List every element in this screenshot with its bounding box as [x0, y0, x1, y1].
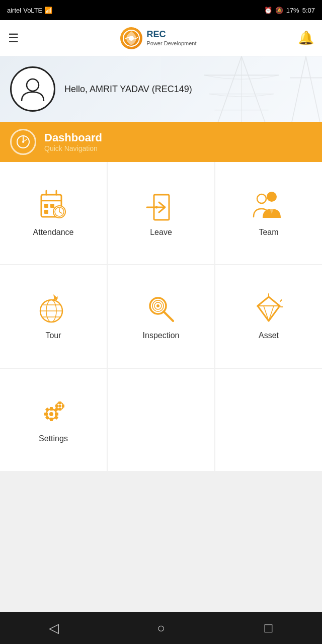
svg-point-11: [27, 79, 39, 91]
dashboard-subtitle: Quick Navigation: [44, 144, 102, 152]
recents-button[interactable]: □: [253, 613, 283, 643]
attendance-label: Attendance: [33, 228, 74, 237]
home-icon: ○: [157, 620, 165, 636]
grid-item-attendance[interactable]: Attendance: [0, 162, 107, 264]
logo-area: REC Power Development: [120, 27, 196, 49]
svg-rect-53: [44, 413, 48, 416]
svg-rect-64: [62, 405, 64, 408]
dashboard-text: Dashboard Quick Navigation: [44, 131, 102, 152]
hamburger-menu[interactable]: ☰: [8, 31, 19, 45]
network-type: VoLTE: [23, 7, 42, 14]
svg-rect-20: [44, 210, 48, 214]
recents-icon: □: [264, 620, 272, 636]
user-avatar: [10, 66, 55, 112]
svg-line-39: [164, 311, 173, 321]
empty-cell-2: [215, 369, 322, 471]
svg-marker-40: [258, 297, 280, 321]
hamburger-icon: ☰: [8, 31, 19, 45]
app-header: ☰ REC Power Development 🔔: [0, 20, 322, 56]
team-label: Team: [259, 228, 278, 237]
asset-icon: [253, 293, 285, 325]
dashboard-icon: [10, 129, 36, 155]
battery-label: 17%: [286, 7, 299, 14]
svg-point-27: [155, 206, 158, 208]
user-banner: Hello, AMRIT YADAV (REC149): [0, 56, 322, 122]
grid-item-leave[interactable]: Leave: [108, 162, 214, 264]
logo-text-area: REC Power Development: [146, 29, 196, 47]
svg-point-13: [22, 141, 24, 143]
logo-rec: REC: [146, 29, 196, 40]
dashboard-title: Dashboard: [44, 131, 102, 144]
grid-item-asset[interactable]: Asset: [215, 265, 322, 367]
svg-line-2: [215, 56, 242, 122]
svg-rect-54: [55, 413, 58, 416]
status-right: ⏰ 🔕 17% 5:07: [264, 7, 315, 14]
svg-rect-51: [50, 407, 53, 411]
nav-grid: Attendance Leave Team: [0, 162, 322, 471]
svg-line-9: [306, 56, 322, 122]
svg-marker-41: [258, 297, 280, 306]
bottom-nav-bar: ◁ ○ □: [0, 612, 322, 644]
silent-icon: 🔕: [275, 7, 283, 14]
settings-icon: [37, 396, 69, 428]
grid-item-tour[interactable]: Tour: [0, 265, 107, 367]
svg-rect-52: [50, 418, 53, 421]
svg-line-3: [242, 56, 268, 122]
inspection-icon: [145, 293, 177, 325]
svg-line-42: [258, 306, 269, 321]
tour-label: Tour: [45, 331, 61, 340]
status-bar: airtel VoLTE 📶 ⏰ 🔕 17% 5:07: [0, 0, 322, 20]
svg-line-47: [280, 300, 282, 301]
svg-point-28: [257, 194, 266, 203]
user-greeting: Hello, AMRIT YADAV (REC149): [64, 84, 192, 95]
dashboard-banner: Dashboard Quick Navigation: [0, 122, 322, 162]
asset-label: Asset: [259, 331, 279, 340]
empty-cell-1: [108, 369, 214, 471]
svg-rect-58: [54, 416, 58, 420]
leave-icon: [145, 190, 177, 222]
time-label: 5:07: [302, 7, 315, 14]
grid-item-team[interactable]: Team: [215, 162, 322, 264]
grid-item-inspection[interactable]: Inspection: [108, 265, 214, 367]
svg-rect-61: [58, 401, 61, 404]
svg-point-60: [58, 405, 61, 408]
team-icon: [253, 190, 285, 222]
home-button[interactable]: ○: [146, 613, 176, 643]
svg-rect-18: [44, 204, 48, 208]
settings-label: Settings: [39, 434, 68, 443]
logo-sub: Power Development: [146, 40, 196, 47]
svg-point-29: [267, 192, 277, 202]
signal-icon: 📶: [44, 7, 52, 14]
attendance-icon: [37, 190, 69, 222]
alarm-icon: ⏰: [264, 7, 272, 14]
content-spacer: [0, 471, 322, 612]
svg-point-38: [156, 304, 159, 307]
back-button[interactable]: ◁: [39, 613, 69, 643]
svg-point-50: [49, 412, 53, 416]
grid-item-settings[interactable]: Settings: [0, 369, 107, 471]
svg-rect-19: [50, 204, 54, 208]
svg-line-8: [290, 56, 306, 122]
back-icon: ◁: [49, 620, 59, 636]
svg-rect-62: [58, 408, 61, 411]
notification-bell[interactable]: 🔔: [298, 30, 314, 46]
svg-rect-55: [45, 408, 49, 412]
status-left: airtel VoLTE 📶: [7, 7, 52, 14]
svg-line-43: [269, 306, 280, 321]
inspection-label: Inspection: [143, 331, 180, 340]
logo-icon: [120, 27, 142, 49]
leave-label: Leave: [150, 228, 172, 237]
svg-rect-63: [55, 405, 58, 408]
carrier-label: airtel: [7, 7, 21, 14]
tour-icon: [37, 293, 69, 325]
